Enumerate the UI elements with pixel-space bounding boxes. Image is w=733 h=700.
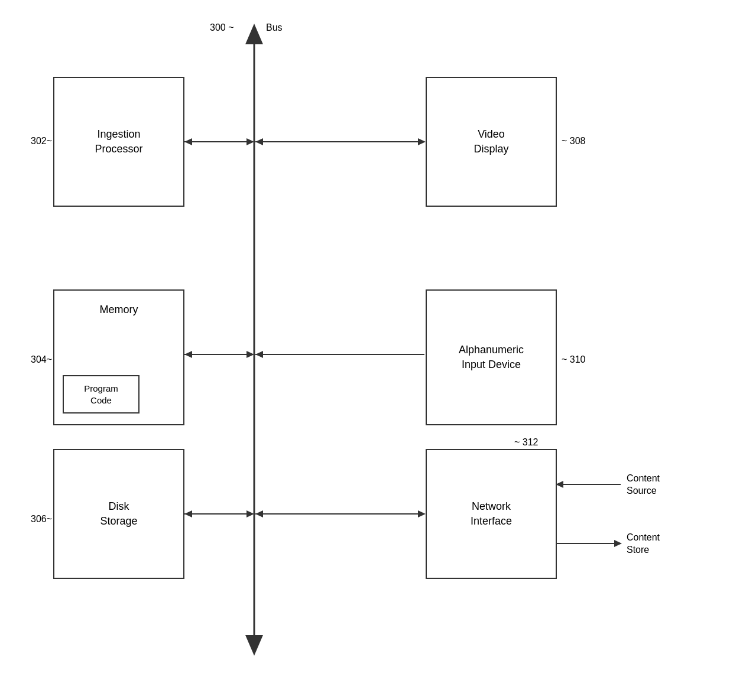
program-code-box: ProgramCode — [63, 375, 140, 414]
disk-storage-box: DiskStorage — [53, 449, 184, 579]
ingestion-processor-label: IngestionProcessor — [95, 127, 142, 157]
svg-marker-2 — [245, 635, 263, 656]
diagram: Bus 300 ~ IngestionProcessor 302~ VideoD… — [0, 0, 733, 700]
svg-marker-13 — [255, 351, 263, 358]
svg-marker-4 — [184, 138, 192, 145]
svg-marker-1 — [245, 24, 263, 44]
ref-306-label: 306~ — [31, 514, 52, 525]
svg-marker-8 — [418, 138, 426, 145]
bus-label: Bus — [266, 22, 283, 33]
svg-marker-5 — [247, 138, 254, 145]
ref-312-label: ~ 312 — [514, 437, 539, 448]
svg-marker-11 — [247, 351, 254, 358]
svg-marker-23 — [614, 540, 622, 547]
alphanumeric-label: AlphanumericInput Device — [459, 343, 524, 372]
ref-300-label: 300 ~ — [210, 22, 234, 33]
video-display-box: VideoDisplay — [426, 77, 557, 207]
svg-marker-15 — [184, 510, 192, 517]
disk-storage-label: DiskStorage — [100, 499, 137, 529]
video-display-label: VideoDisplay — [473, 127, 508, 157]
memory-box: Memory ProgramCode — [53, 289, 184, 425]
ref-310-label: ~ 310 — [562, 354, 586, 365]
svg-marker-18 — [255, 510, 263, 517]
content-source-label: ContentSource — [627, 473, 660, 497]
network-interface-box: NetworkInterface — [426, 449, 557, 579]
svg-marker-7 — [255, 138, 263, 145]
ref-308-label: ~ 308 — [562, 136, 586, 146]
svg-marker-16 — [247, 510, 254, 517]
alphanumeric-box: AlphanumericInput Device — [426, 289, 557, 425]
ref-302-label: 302~ — [31, 136, 52, 146]
content-store-label: ContentStore — [627, 532, 660, 556]
svg-marker-10 — [184, 351, 192, 358]
program-code-label: ProgramCode — [84, 383, 118, 406]
ingestion-processor-box: IngestionProcessor — [53, 77, 184, 207]
ref-304-label: 304~ — [31, 354, 52, 365]
network-interface-label: NetworkInterface — [471, 499, 512, 529]
memory-label: Memory — [99, 302, 138, 317]
svg-marker-19 — [418, 510, 426, 517]
